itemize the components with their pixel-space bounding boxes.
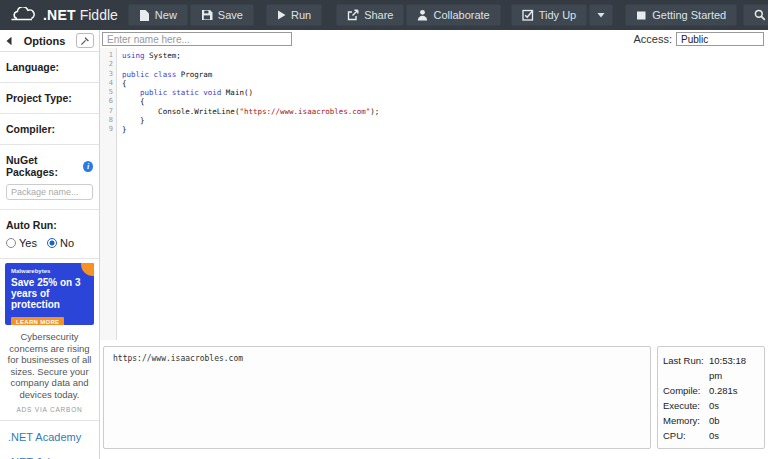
- code-line[interactable]: {: [122, 79, 766, 88]
- share-button-group: Share Collaborate: [336, 4, 501, 26]
- brand-logo[interactable]: .NET Fiddle: [10, 7, 118, 23]
- code-line[interactable]: {: [122, 97, 766, 106]
- run-button-label: Run: [291, 9, 311, 21]
- code-line[interactable]: }: [122, 116, 766, 125]
- line-number: 2: [100, 60, 113, 69]
- project-type-section[interactable]: Project Type:: [0, 83, 99, 114]
- radio-icon[interactable]: [47, 238, 57, 248]
- nuget-label: NuGet Packages:: [6, 154, 83, 178]
- stat-label: Memory:: [663, 413, 709, 428]
- language-label: Language:: [6, 61, 59, 73]
- stat-label: CPU:: [663, 428, 709, 443]
- language-section[interactable]: Language:: [0, 52, 99, 83]
- access-control: Access:: [633, 32, 764, 46]
- ad-banner[interactable]: Malwarebytes Save 25% on 3 years of prot…: [5, 263, 94, 325]
- file-button-group: New Save: [128, 4, 254, 26]
- tidy-up-dropdown-button[interactable]: [589, 4, 613, 26]
- stat-value: 0s: [709, 398, 719, 413]
- code-editor[interactable]: 123456789 using System; public class Pro…: [100, 48, 766, 340]
- code-text: Program: [176, 70, 212, 79]
- ad-caption[interactable]: Cybersecurity concerns are rising for bu…: [5, 325, 94, 402]
- play-icon: [277, 10, 286, 20]
- tidy-up-button-label: Tidy Up: [539, 9, 577, 21]
- brand-dotnet: .NET: [43, 7, 76, 23]
- code-text: {: [122, 97, 145, 106]
- code-text: }: [122, 125, 127, 134]
- code-line[interactable]: [122, 60, 766, 69]
- output-console[interactable]: https://www.isaacrobles.com: [103, 346, 651, 449]
- search-icon: [754, 9, 766, 21]
- editor-gutter: 123456789: [100, 48, 117, 340]
- share-icon: [347, 9, 359, 21]
- radio-label: Yes: [19, 237, 37, 249]
- getting-started-button[interactable]: Getting Started: [625, 4, 737, 26]
- dotnet-fiddle-app: .NET Fiddle New Save Run: [0, 0, 768, 459]
- stats-panel: Last Run:10:53:18 pmCompile:0.281sExecut…: [657, 346, 765, 449]
- line-number: 6: [100, 97, 113, 106]
- file-icon: [139, 9, 150, 22]
- collaborate-button-label: Collaborate: [433, 9, 489, 21]
- top-navbar: .NET Fiddle New Save Run: [0, 0, 768, 30]
- code-line[interactable]: public static void Main(): [122, 88, 766, 97]
- check-square-icon: [522, 9, 534, 21]
- code-line[interactable]: Console.WriteLine("https://www.isaacrobl…: [122, 107, 766, 116]
- sidebar-link[interactable]: .NET Academy: [8, 431, 91, 443]
- project-type-label: Project Type:: [6, 92, 72, 104]
- radio-icon[interactable]: [6, 238, 16, 248]
- brand-fiddle: Fiddle: [80, 7, 118, 23]
- code-text: {: [122, 79, 127, 88]
- cloud-logo-icon: [10, 7, 38, 23]
- ad-section: Malwarebytes Save 25% on 3 years of prot…: [0, 259, 99, 421]
- run-button[interactable]: Run: [266, 4, 322, 26]
- code-keyword: public: [122, 70, 149, 79]
- code-text: Console.WriteLine(: [122, 107, 239, 116]
- square-icon: [636, 10, 647, 21]
- code-keyword: static: [172, 88, 199, 97]
- stat-value: 10:53:18 pm: [709, 353, 759, 383]
- stat-row: Compile:0.281s: [663, 383, 759, 398]
- ad-cta-button[interactable]: LEARN MORE: [11, 317, 64, 325]
- compiler-label: Compiler:: [6, 123, 55, 135]
- autorun-radio-no[interactable]: No: [47, 237, 74, 249]
- save-button[interactable]: Save: [190, 4, 254, 26]
- share-button[interactable]: Share: [336, 4, 404, 26]
- code-lines[interactable]: using System; public class Program{ publ…: [117, 48, 766, 340]
- code-line[interactable]: using System;: [122, 51, 766, 60]
- autorun-radio-yes[interactable]: Yes: [6, 237, 37, 249]
- sidebar-title: Options: [13, 35, 76, 47]
- compiler-section[interactable]: Compiler:: [0, 114, 99, 145]
- autorun-options: YesNo: [6, 237, 93, 249]
- stat-row: Execute:0s: [663, 398, 759, 413]
- code-line[interactable]: }: [122, 125, 766, 134]
- pin-button[interactable]: [76, 33, 94, 48]
- share-button-label: Share: [364, 9, 393, 21]
- package-name-input[interactable]: [6, 184, 93, 200]
- ad-brand: Malwarebytes: [11, 268, 88, 274]
- collaborate-button[interactable]: Collaborate: [406, 4, 500, 26]
- code-text: Main(): [221, 88, 253, 97]
- stat-label: Last Run:: [663, 353, 709, 383]
- console-output-text: https://www.isaacrobles.com: [113, 354, 243, 363]
- info-icon[interactable]: i: [83, 161, 93, 172]
- stat-row: CPU:0s: [663, 428, 759, 443]
- chevron-left-icon[interactable]: [5, 36, 13, 46]
- ad-headline: Save 25% on 3 years of protection: [11, 277, 88, 310]
- tidy-up-button[interactable]: Tidy Up: [511, 4, 588, 26]
- stat-value: 0.281s: [709, 383, 738, 398]
- new-button[interactable]: New: [128, 4, 188, 26]
- fiddle-name-input[interactable]: [102, 32, 292, 46]
- line-number: 8: [100, 116, 113, 125]
- nuget-section: NuGet Packages: i: [0, 145, 99, 210]
- pin-icon: [80, 36, 90, 46]
- stat-value: 0s: [709, 428, 719, 443]
- code-line[interactable]: public class Program: [122, 70, 766, 79]
- ad-attribution[interactable]: ADS VIA CARBON: [5, 402, 94, 420]
- search-button[interactable]: [743, 4, 768, 26]
- access-input[interactable]: [676, 32, 764, 46]
- stat-label: Execute:: [663, 398, 709, 413]
- code-keyword: class: [154, 70, 177, 79]
- line-number: 1: [100, 51, 113, 60]
- save-button-label: Save: [218, 9, 243, 21]
- code-keyword: using: [122, 51, 145, 60]
- user-icon: [417, 9, 428, 21]
